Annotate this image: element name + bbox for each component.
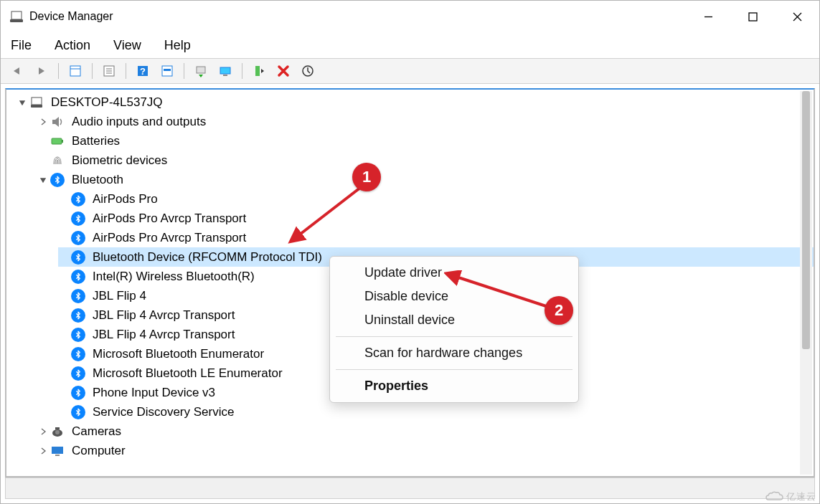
computer-icon bbox=[50, 444, 65, 458]
category-cameras[interactable]: Cameras bbox=[37, 422, 814, 441]
bluetooth-icon bbox=[71, 231, 85, 245]
scan-hardware-button[interactable] bbox=[215, 61, 236, 81]
menu-file[interactable]: File bbox=[11, 32, 32, 58]
update-driver-button[interactable] bbox=[190, 61, 212, 81]
scan-button[interactable] bbox=[297, 61, 319, 81]
bluetooth-icon bbox=[71, 347, 85, 361]
svg-rect-19 bbox=[255, 66, 260, 76]
chevron-right-icon[interactable] bbox=[37, 116, 49, 128]
device-label: AirPods Pro Avrcp Transport bbox=[91, 228, 248, 247]
vertical-scrollbar[interactable] bbox=[800, 91, 812, 475]
bluetooth-device-item[interactable]: AirPods Pro Avrcp Transport bbox=[58, 209, 814, 228]
separator bbox=[336, 369, 572, 370]
bluetooth-device-item[interactable]: Service Discovery Service bbox=[58, 402, 814, 422]
svg-rect-18 bbox=[223, 75, 227, 76]
show-hidden-button[interactable] bbox=[65, 61, 86, 81]
device-label: AirPods Pro bbox=[91, 189, 159, 209]
menubar: File Action View Help bbox=[1, 32, 819, 58]
svg-rect-15 bbox=[164, 69, 171, 71]
maximize-button[interactable] bbox=[730, 1, 775, 32]
device-label: Microsoft Bluetooth LE Enumerator bbox=[91, 363, 284, 383]
device-label: Service Discovery Service bbox=[91, 402, 235, 422]
bluetooth-device-item[interactable]: AirPods Pro bbox=[58, 189, 814, 209]
device-label: JBL Flip 4 Avrcp Transport bbox=[91, 325, 236, 344]
svg-rect-24 bbox=[62, 140, 63, 143]
bluetooth-icon bbox=[71, 308, 85, 323]
uninstall-device-button[interactable] bbox=[273, 61, 294, 81]
forward-button[interactable] bbox=[31, 61, 52, 81]
statusbar bbox=[5, 477, 815, 499]
computer-icon bbox=[29, 95, 44, 110]
chevron-right-icon[interactable] bbox=[37, 426, 49, 437]
menu-action[interactable]: Action bbox=[55, 32, 90, 58]
bluetooth-icon bbox=[71, 192, 85, 206]
category-biometric[interactable]: Biometric devices bbox=[37, 151, 814, 170]
close-button[interactable] bbox=[775, 1, 819, 32]
bluetooth-icon bbox=[71, 328, 85, 342]
scrollbar-thumb[interactable] bbox=[802, 91, 810, 349]
svg-rect-28 bbox=[52, 447, 63, 454]
svg-rect-6 bbox=[70, 66, 80, 76]
svg-rect-0 bbox=[11, 11, 22, 19]
separator bbox=[336, 336, 572, 337]
svg-rect-16 bbox=[197, 67, 205, 73]
menu-view[interactable]: View bbox=[113, 32, 141, 58]
bluetooth-icon bbox=[50, 173, 65, 187]
bluetooth-icon bbox=[71, 366, 85, 381]
ctx-scan-hardware[interactable]: Scan for hardware changes bbox=[330, 341, 578, 365]
svg-rect-23 bbox=[52, 138, 62, 144]
app-icon bbox=[9, 9, 24, 24]
device-label: JBL Flip 4 Avrcp Transport bbox=[91, 305, 236, 325]
toolbar: ? bbox=[1, 58, 819, 84]
speaker-icon bbox=[50, 115, 65, 129]
device-label: Phone Input Device v3 bbox=[91, 383, 217, 402]
tree-root[interactable]: DESKTOP-4L537JQ bbox=[17, 92, 814, 112]
annotation-badge-1: 1 bbox=[352, 163, 381, 191]
window-title: Device Manager bbox=[29, 10, 113, 23]
chevron-right-icon[interactable] bbox=[37, 445, 49, 457]
bluetooth-icon bbox=[71, 270, 85, 284]
help-button[interactable]: ? bbox=[132, 61, 154, 81]
bluetooth-icon bbox=[71, 250, 85, 265]
svg-line-31 bbox=[454, 276, 546, 306]
enable-device-button[interactable] bbox=[248, 61, 270, 81]
category-audio[interactable]: Audio inputs and outputs bbox=[37, 112, 814, 131]
minimize-button[interactable] bbox=[686, 1, 730, 32]
bluetooth-device-item[interactable]: AirPods Pro Avrcp Transport bbox=[58, 228, 814, 247]
bluetooth-icon bbox=[71, 386, 85, 400]
view-button[interactable] bbox=[156, 61, 178, 81]
root-name-label: DESKTOP-4L537JQ bbox=[50, 92, 164, 112]
annotation-badge-2: 2 bbox=[545, 296, 573, 325]
category-batteries[interactable]: Batteries bbox=[37, 131, 814, 151]
fingerprint-icon bbox=[50, 153, 65, 168]
svg-rect-1 bbox=[10, 19, 23, 22]
svg-rect-29 bbox=[55, 455, 60, 456]
chevron-down-icon[interactable] bbox=[37, 174, 49, 186]
bluetooth-icon bbox=[71, 289, 85, 303]
annotation-arrow-2 bbox=[444, 270, 559, 320]
properties-button[interactable] bbox=[98, 61, 120, 81]
titlebar: Device Manager bbox=[1, 1, 819, 32]
back-button[interactable] bbox=[6, 61, 28, 81]
svg-rect-22 bbox=[31, 105, 42, 108]
chevron-down-icon[interactable] bbox=[17, 97, 28, 108]
device-manager-window: Device Manager File Action View Help ? bbox=[0, 0, 820, 504]
device-label: Intel(R) Wireless Bluetooth(R) bbox=[91, 267, 256, 286]
device-label: Bluetooth Device (RFCOMM Protocol TDI) bbox=[91, 247, 324, 267]
device-label: Microsoft Bluetooth Enumerator bbox=[91, 344, 265, 363]
ctx-properties[interactable]: Properties bbox=[330, 374, 578, 398]
svg-line-30 bbox=[297, 183, 367, 237]
camera-icon bbox=[50, 424, 65, 439]
svg-rect-17 bbox=[220, 67, 230, 74]
device-label: AirPods Pro Avrcp Transport bbox=[91, 209, 248, 228]
window-controls bbox=[686, 1, 819, 32]
category-bluetooth[interactable]: Bluetooth bbox=[37, 170, 814, 189]
svg-rect-3 bbox=[749, 13, 757, 21]
bluetooth-icon bbox=[71, 211, 85, 226]
device-label: JBL Flip 4 bbox=[91, 286, 148, 305]
svg-rect-21 bbox=[32, 98, 42, 105]
watermark: 亿速云 bbox=[765, 490, 816, 503]
menu-help[interactable]: Help bbox=[164, 32, 191, 58]
category-computer[interactable]: Computer bbox=[37, 441, 814, 460]
svg-point-26 bbox=[55, 430, 60, 434]
